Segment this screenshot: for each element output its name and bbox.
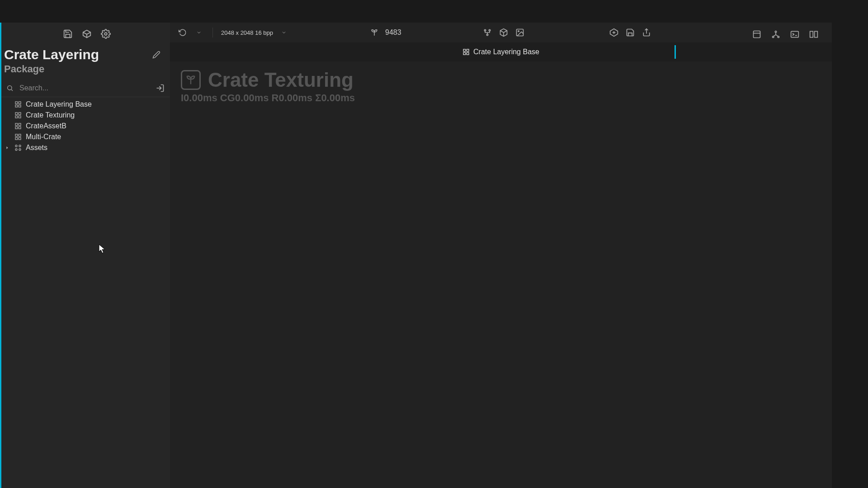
tree-item-assets[interactable]: Assets [1,142,170,153]
graph-icon [462,48,470,56]
chevron-down-icon[interactable] [278,27,289,38]
chevron-down-icon[interactable] [193,27,204,38]
svg-marker-20 [6,146,8,149]
tree-item-crateassetb[interactable]: CrateAssetB [1,121,170,131]
add-node-icon[interactable] [609,27,619,38]
svg-rect-46 [463,52,466,55]
svg-point-36 [775,31,776,33]
graph-title: Crate Texturing [208,69,354,91]
svg-rect-42 [815,31,818,37]
tree-item-crate-layering-base[interactable]: Crate Layering Base [1,99,170,110]
tab-label: Crate Layering Base [473,48,539,56]
edit-icon[interactable] [151,49,162,60]
svg-rect-18 [19,137,21,140]
gear-icon[interactable] [100,28,111,39]
svg-rect-6 [19,105,21,107]
svg-point-27 [486,34,488,35]
chevron-right-icon [4,145,10,151]
tree-item-label: Assets [26,144,47,152]
svg-point-29 [518,31,519,32]
svg-rect-44 [467,49,469,52]
svg-point-25 [484,29,486,31]
search-input[interactable] [18,81,151,95]
svg-rect-9 [19,113,21,115]
svg-rect-11 [15,116,18,118]
tree-item-label: Crate Layering Base [26,100,92,108]
graph-icon [14,100,22,108]
svg-rect-13 [19,123,21,126]
save-node-icon[interactable] [625,27,636,38]
svg-point-23 [15,149,17,150]
svg-point-1 [8,86,12,90]
share-icon[interactable] [641,27,652,38]
svg-rect-16 [15,134,18,136]
package-subtitle: Package [1,62,170,80]
console-icon[interactable] [789,29,800,40]
cube-icon[interactable] [498,27,509,38]
svg-point-21 [15,145,17,147]
hierarchy-icon[interactable] [770,29,781,40]
svg-rect-34 [754,31,760,38]
tree-item-label: CrateAssetB [26,122,66,130]
panel-1-icon[interactable] [751,29,762,40]
import-icon[interactable] [155,83,165,94]
sprout-icon[interactable] [369,27,380,38]
compare-icon[interactable] [808,29,819,40]
svg-point-0 [104,33,107,35]
tab-bar: Crate Layering Base [170,42,832,61]
svg-rect-14 [19,127,21,129]
svg-rect-43 [463,49,466,52]
canvas-toolbar: 2048 x 2048 16 bpp 9483 [170,23,832,42]
tree-item-label: Crate Texturing [26,111,75,119]
svg-rect-12 [15,123,18,126]
undo-icon[interactable] [177,27,188,38]
svg-line-2 [11,89,13,91]
graph-icon [14,133,22,141]
app-titlebar [0,0,868,23]
package-tree: Crate Layering Base Crate Texturing Crat… [1,97,170,153]
package-icon[interactable] [81,28,92,39]
graph-stats: I0.00ms CG0.00ms R0.00ms Σ0.00ms [170,91,832,104]
resolution-label[interactable]: 2048 x 2048 16 bpp [221,29,273,36]
svg-rect-10 [19,116,21,118]
stat-number: 9483 [385,28,401,37]
svg-point-22 [19,145,21,147]
svg-rect-5 [19,102,21,104]
save-icon[interactable] [62,28,73,39]
svg-rect-4 [15,102,18,104]
graph-canvas[interactable]: Crate Texturing I0.00ms CG0.00ms R0.00ms… [170,61,832,488]
tab-accent [675,45,676,59]
svg-rect-17 [19,134,21,136]
svg-point-26 [489,29,490,31]
graph-icon [14,122,22,130]
folder-icon [14,144,22,152]
graph-type-icon [181,70,201,90]
svg-rect-45 [467,52,469,55]
canvas-panel: 2048 x 2048 16 bpp 9483 [170,23,868,488]
tree-item-crate-texturing[interactable]: Crate Texturing [1,110,170,121]
image-icon[interactable] [514,27,525,38]
svg-rect-41 [810,31,813,37]
graph-icon [14,111,22,119]
search-icon [6,84,14,92]
sidebar-panel: Crate Layering Package Crate Layering Ba… [0,23,170,488]
svg-rect-39 [791,31,799,37]
svg-rect-15 [15,127,18,129]
tab-crate-layering-base[interactable]: Crate Layering Base [462,48,539,56]
svg-point-24 [19,149,21,150]
package-title: Crate Layering [4,47,99,62]
svg-rect-8 [15,113,18,115]
nodes-icon[interactable] [482,27,493,38]
tree-item-label: Multi-Crate [26,133,61,141]
svg-rect-7 [15,105,18,107]
tree-item-multi-crate[interactable]: Multi-Crate [1,131,170,142]
svg-rect-19 [15,137,18,140]
separator [212,28,213,38]
